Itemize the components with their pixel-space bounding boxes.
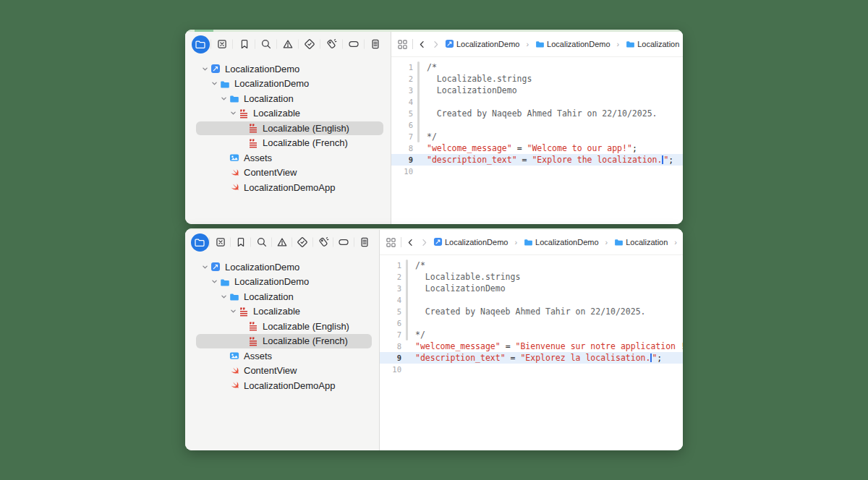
code-token: Localizable.strings xyxy=(427,74,532,84)
breadcrumb-item-localization[interactable]: Localization xyxy=(626,39,679,50)
code-line-4[interactable]: 4 xyxy=(380,294,683,306)
assets-file-icon xyxy=(229,153,240,163)
code-area[interactable]: 1/*2 Localizable.strings3 LocalizationDe… xyxy=(380,255,683,450)
code-text: */ xyxy=(427,132,437,142)
tree-item-localizationdemoapp[interactable]: LocalizationDemoApp xyxy=(185,378,379,393)
line-number: 7 xyxy=(391,132,413,141)
code-line-5[interactable]: 5 Created by Naqeeb Ahmed Tahir on 22/10… xyxy=(380,306,683,317)
disclosure-chevron-icon[interactable] xyxy=(218,293,229,301)
code-line-8[interactable]: 8"welcome_message" = "Bienvenue sur notr… xyxy=(380,340,683,352)
tree-item-localizationdemo[interactable]: LocalizationDemo xyxy=(185,61,391,77)
folder-fill-file-icon xyxy=(220,277,231,287)
tree-item-contentview[interactable]: ContentView xyxy=(185,166,391,181)
nav-tests-button[interactable] xyxy=(292,230,312,254)
tree-item-assets[interactable]: Assets xyxy=(185,348,379,364)
tree-item-localizationdemo[interactable]: LocalizationDemo xyxy=(185,275,379,290)
tree-item-assets[interactable]: Assets xyxy=(185,150,391,166)
code-token: Created by Naqeeb Ahmed Tahir on 22/10/2… xyxy=(427,108,658,119)
disclosure-chevron-icon[interactable] xyxy=(209,278,220,286)
nav-bookmarks-button[interactable] xyxy=(231,230,251,254)
code-line-9[interactable]: 9"description_text" = "Explorez la local… xyxy=(380,352,683,364)
code-line-10[interactable]: 10 xyxy=(391,166,683,177)
tree-item-localizable-french[interactable]: Localizable (French) xyxy=(185,136,391,151)
breadcrumb-item-localization[interactable]: Localization xyxy=(614,237,668,248)
nav-bookmarks-button[interactable] xyxy=(233,32,255,56)
disclosure-chevron-icon[interactable] xyxy=(200,65,210,73)
code-text: Localizable.strings xyxy=(427,74,532,84)
nav-project-navigator-button[interactable] xyxy=(190,32,211,56)
code-line-10[interactable]: 10 xyxy=(380,364,683,375)
code-line-2[interactable]: 2 Localizable.strings xyxy=(391,73,683,85)
tree-item-label: LocalizationDemo xyxy=(225,262,299,273)
forward-button[interactable] xyxy=(431,40,441,49)
tree-item-localizable[interactable]: Localizable xyxy=(185,106,391,121)
breadcrumb-item-localizationdemo[interactable]: LocalizationDemo xyxy=(535,39,610,50)
nav-reports-button[interactable] xyxy=(365,32,386,56)
code-line-1[interactable]: 1/* xyxy=(380,260,683,271)
breadcrumb-item-localizationdemo[interactable]: LocalizationDemo xyxy=(433,237,508,248)
nav-issues-button[interactable] xyxy=(277,32,299,56)
tree-item-localization[interactable]: Localization xyxy=(185,289,379,304)
nav-find-button[interactable] xyxy=(255,32,277,56)
bookmark-icon xyxy=(235,236,247,248)
nav-breakpoints-button[interactable] xyxy=(343,32,365,56)
nav-tests-button[interactable] xyxy=(299,32,320,56)
line-number: 10 xyxy=(380,365,401,374)
back-button[interactable] xyxy=(417,40,427,49)
capsule-icon xyxy=(348,38,359,50)
code-line-9[interactable]: 9"description_text" = "Explore the local… xyxy=(391,154,683,166)
comment-ribbon xyxy=(417,119,420,131)
nav-debug-button[interactable] xyxy=(313,230,333,254)
code-line-2[interactable]: 2 Localizable.strings xyxy=(380,271,683,283)
related-items-grid-icon[interactable] xyxy=(397,39,408,50)
disclosure-chevron-icon[interactable] xyxy=(209,80,220,87)
tree-item-contentview[interactable]: ContentView xyxy=(185,364,379,379)
code-line-4[interactable]: 4 xyxy=(391,96,683,108)
breadcrumb-label: LocalizationDemo xyxy=(547,40,610,48)
tree-item-label: Assets xyxy=(244,351,272,361)
nav-find-button[interactable] xyxy=(251,230,271,254)
swift-file-icon xyxy=(229,168,240,178)
nav-project-navigator-button[interactable] xyxy=(190,230,210,254)
nav-xmark-square-button[interactable] xyxy=(211,32,233,56)
tree-item-localizable-french[interactable]: Localizable (French) xyxy=(185,334,379,349)
code-text: Created by Naqeeb Ahmed Tahir on 22/10/2… xyxy=(427,108,658,119)
code-line-3[interactable]: 3 LocalizationDemo xyxy=(391,85,683,96)
code-line-7[interactable]: 7*/ xyxy=(380,329,683,340)
tree-item-localizationdemoapp[interactable]: LocalizationDemoApp xyxy=(185,180,391,195)
breadcrumb-item-localizationdemo[interactable]: LocalizationDemo xyxy=(524,237,598,248)
tree-item-localizationdemo[interactable]: LocalizationDemo xyxy=(185,77,391,92)
nav-breakpoints-button[interactable] xyxy=(333,230,354,254)
nav-xmark-square-button[interactable] xyxy=(210,230,230,254)
forward-button[interactable] xyxy=(420,238,429,247)
code-line-1[interactable]: 1/* xyxy=(391,61,683,73)
nav-debug-button[interactable] xyxy=(320,32,342,56)
nav-reports-button[interactable] xyxy=(354,230,375,254)
breadcrumb-item-localizationdemo[interactable]: LocalizationDemo xyxy=(445,39,519,50)
tree-item-localizationdemo[interactable]: LocalizationDemo xyxy=(185,260,379,275)
code-line-6[interactable]: 6 xyxy=(380,317,683,329)
code-line-7[interactable]: 7*/ xyxy=(391,131,683,142)
breadcrumb-label: Localization xyxy=(637,40,679,48)
tree-item-localizable-english[interactable]: Localizable (English) xyxy=(185,121,391,136)
tree-item-localizable-english[interactable]: Localizable (English) xyxy=(185,319,379,334)
nav-issues-button[interactable] xyxy=(272,230,292,254)
related-items-grid-icon[interactable] xyxy=(386,237,396,248)
code-line-6[interactable]: 6 xyxy=(391,119,683,131)
code-line-8[interactable]: 8"welcome_message" = "Welcome to our app… xyxy=(391,142,683,154)
code-line-3[interactable]: 3 LocalizationDemo xyxy=(380,283,683,294)
disclosure-chevron-icon[interactable] xyxy=(218,95,229,103)
back-button[interactable] xyxy=(406,238,415,247)
disclosure-chevron-icon[interactable] xyxy=(200,263,210,271)
code-area[interactable]: 1/*2 Localizable.strings3 LocalizationDe… xyxy=(391,57,683,224)
xmark-square-icon xyxy=(216,38,228,50)
tree-item-localizable[interactable]: Localizable xyxy=(185,304,379,320)
code-token: "description_text" xyxy=(415,353,506,363)
line-number: 8 xyxy=(380,342,401,351)
disclosure-chevron-icon[interactable] xyxy=(228,307,239,315)
tree-item-label: Localizable xyxy=(253,306,300,317)
tree-item-localization[interactable]: Localization xyxy=(185,91,391,106)
code-line-5[interactable]: 5 Created by Naqeeb Ahmed Tahir on 22/10… xyxy=(391,108,683,119)
disclosure-chevron-icon[interactable] xyxy=(228,109,239,117)
comment-ribbon xyxy=(406,329,408,340)
